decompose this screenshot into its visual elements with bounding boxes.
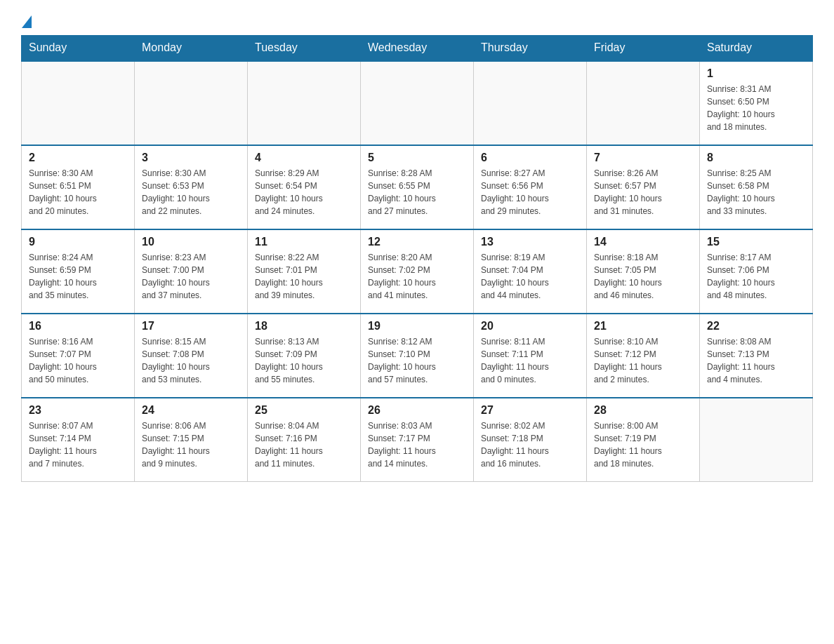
day-info: Sunrise: 8:20 AM Sunset: 7:02 PM Dayligh… xyxy=(368,251,466,302)
day-number: 13 xyxy=(481,236,579,248)
calendar-cell: 6Sunrise: 8:27 AM Sunset: 6:56 PM Daylig… xyxy=(474,145,587,229)
calendar-cell: 20Sunrise: 8:11 AM Sunset: 7:11 PM Dayli… xyxy=(474,314,587,398)
day-info: Sunrise: 8:31 AM Sunset: 6:50 PM Dayligh… xyxy=(707,83,805,133)
day-info: Sunrise: 8:17 AM Sunset: 7:06 PM Dayligh… xyxy=(707,251,805,302)
day-number: 24 xyxy=(142,404,240,417)
day-info: Sunrise: 8:06 AM Sunset: 7:15 PM Dayligh… xyxy=(142,420,240,470)
calendar-cell: 17Sunrise: 8:15 AM Sunset: 7:08 PM Dayli… xyxy=(135,314,248,398)
day-number: 16 xyxy=(29,320,127,333)
calendar-week-row: 23Sunrise: 8:07 AM Sunset: 7:14 PM Dayli… xyxy=(22,398,813,482)
day-info: Sunrise: 8:16 AM Sunset: 7:07 PM Dayligh… xyxy=(29,335,127,386)
day-number: 1 xyxy=(707,67,805,80)
day-number: 10 xyxy=(142,236,240,248)
weekday-header-friday: Friday xyxy=(587,36,700,61)
calendar-cell: 5Sunrise: 8:28 AM Sunset: 6:55 PM Daylig… xyxy=(361,145,474,229)
calendar-cell: 4Sunrise: 8:29 AM Sunset: 6:54 PM Daylig… xyxy=(248,145,361,229)
calendar-cell: 15Sunrise: 8:17 AM Sunset: 7:06 PM Dayli… xyxy=(700,229,813,314)
calendar-cell: 26Sunrise: 8:03 AM Sunset: 7:17 PM Dayli… xyxy=(361,398,474,482)
calendar-cell: 10Sunrise: 8:23 AM Sunset: 7:00 PM Dayli… xyxy=(135,229,248,314)
logo-triangle-icon xyxy=(22,15,32,28)
day-number: 27 xyxy=(481,404,579,417)
day-info: Sunrise: 8:04 AM Sunset: 7:16 PM Dayligh… xyxy=(255,420,353,470)
day-info: Sunrise: 8:15 AM Sunset: 7:08 PM Dayligh… xyxy=(142,335,240,386)
calendar-cell xyxy=(587,61,700,145)
day-number: 18 xyxy=(255,320,353,333)
day-number: 7 xyxy=(594,152,692,164)
weekday-header-saturday: Saturday xyxy=(700,36,813,61)
day-info: Sunrise: 8:28 AM Sunset: 6:55 PM Dayligh… xyxy=(368,167,466,217)
calendar-week-row: 1Sunrise: 8:31 AM Sunset: 6:50 PM Daylig… xyxy=(22,61,813,145)
calendar-cell: 14Sunrise: 8:18 AM Sunset: 7:05 PM Dayli… xyxy=(587,229,700,314)
weekday-header-monday: Monday xyxy=(135,36,248,61)
day-info: Sunrise: 8:22 AM Sunset: 7:01 PM Dayligh… xyxy=(255,251,353,302)
day-number: 21 xyxy=(594,320,692,333)
calendar-cell: 12Sunrise: 8:20 AM Sunset: 7:02 PM Dayli… xyxy=(361,229,474,314)
calendar-cell: 13Sunrise: 8:19 AM Sunset: 7:04 PM Dayli… xyxy=(474,229,587,314)
calendar-week-row: 9Sunrise: 8:24 AM Sunset: 6:59 PM Daylig… xyxy=(22,229,813,314)
page-header xyxy=(21,14,813,28)
calendar-cell: 23Sunrise: 8:07 AM Sunset: 7:14 PM Dayli… xyxy=(22,398,135,482)
calendar-header-row: SundayMondayTuesdayWednesdayThursdayFrid… xyxy=(22,36,813,61)
day-info: Sunrise: 8:30 AM Sunset: 6:51 PM Dayligh… xyxy=(29,167,127,217)
calendar-cell: 21Sunrise: 8:10 AM Sunset: 7:12 PM Dayli… xyxy=(587,314,700,398)
calendar-cell: 27Sunrise: 8:02 AM Sunset: 7:18 PM Dayli… xyxy=(474,398,587,482)
calendar-cell: 19Sunrise: 8:12 AM Sunset: 7:10 PM Dayli… xyxy=(361,314,474,398)
calendar-cell: 11Sunrise: 8:22 AM Sunset: 7:01 PM Dayli… xyxy=(248,229,361,314)
weekday-header-sunday: Sunday xyxy=(22,36,135,61)
day-info: Sunrise: 8:02 AM Sunset: 7:18 PM Dayligh… xyxy=(481,420,579,470)
day-number: 14 xyxy=(594,236,692,248)
day-number: 5 xyxy=(368,152,466,164)
calendar-cell xyxy=(22,61,135,145)
day-number: 8 xyxy=(707,152,805,164)
calendar-cell xyxy=(700,398,813,482)
day-info: Sunrise: 8:08 AM Sunset: 7:13 PM Dayligh… xyxy=(707,335,805,386)
day-number: 28 xyxy=(594,404,692,417)
calendar-table: SundayMondayTuesdayWednesdayThursdayFrid… xyxy=(21,35,813,482)
day-number: 4 xyxy=(255,152,353,164)
day-info: Sunrise: 8:03 AM Sunset: 7:17 PM Dayligh… xyxy=(368,420,466,470)
weekday-header-tuesday: Tuesday xyxy=(248,36,361,61)
day-number: 26 xyxy=(368,404,466,417)
day-number: 22 xyxy=(707,320,805,333)
calendar-cell xyxy=(361,61,474,145)
calendar-week-row: 2Sunrise: 8:30 AM Sunset: 6:51 PM Daylig… xyxy=(22,145,813,229)
calendar-cell: 25Sunrise: 8:04 AM Sunset: 7:16 PM Dayli… xyxy=(248,398,361,482)
logo xyxy=(21,14,32,28)
calendar-cell: 7Sunrise: 8:26 AM Sunset: 6:57 PM Daylig… xyxy=(587,145,700,229)
calendar-cell: 8Sunrise: 8:25 AM Sunset: 6:58 PM Daylig… xyxy=(700,145,813,229)
day-info: Sunrise: 8:19 AM Sunset: 7:04 PM Dayligh… xyxy=(481,251,579,302)
day-info: Sunrise: 8:24 AM Sunset: 6:59 PM Dayligh… xyxy=(29,251,127,302)
calendar-cell: 24Sunrise: 8:06 AM Sunset: 7:15 PM Dayli… xyxy=(135,398,248,482)
day-info: Sunrise: 8:26 AM Sunset: 6:57 PM Dayligh… xyxy=(594,167,692,217)
day-number: 25 xyxy=(255,404,353,417)
day-info: Sunrise: 8:18 AM Sunset: 7:05 PM Dayligh… xyxy=(594,251,692,302)
weekday-header-wednesday: Wednesday xyxy=(361,36,474,61)
day-number: 20 xyxy=(481,320,579,333)
day-number: 23 xyxy=(29,404,127,417)
day-number: 15 xyxy=(707,236,805,248)
day-number: 11 xyxy=(255,236,353,248)
day-info: Sunrise: 8:11 AM Sunset: 7:11 PM Dayligh… xyxy=(481,335,579,386)
calendar-cell xyxy=(248,61,361,145)
calendar-cell xyxy=(135,61,248,145)
day-number: 3 xyxy=(142,152,240,164)
day-info: Sunrise: 8:00 AM Sunset: 7:19 PM Dayligh… xyxy=(594,420,692,470)
day-number: 6 xyxy=(481,152,579,164)
calendar-cell: 18Sunrise: 8:13 AM Sunset: 7:09 PM Dayli… xyxy=(248,314,361,398)
calendar-cell: 1Sunrise: 8:31 AM Sunset: 6:50 PM Daylig… xyxy=(700,61,813,145)
day-info: Sunrise: 8:30 AM Sunset: 6:53 PM Dayligh… xyxy=(142,167,240,217)
calendar-week-row: 16Sunrise: 8:16 AM Sunset: 7:07 PM Dayli… xyxy=(22,314,813,398)
calendar-cell: 9Sunrise: 8:24 AM Sunset: 6:59 PM Daylig… xyxy=(22,229,135,314)
day-number: 9 xyxy=(29,236,127,248)
day-number: 19 xyxy=(368,320,466,333)
calendar-cell: 28Sunrise: 8:00 AM Sunset: 7:19 PM Dayli… xyxy=(587,398,700,482)
day-info: Sunrise: 8:07 AM Sunset: 7:14 PM Dayligh… xyxy=(29,420,127,470)
day-info: Sunrise: 8:13 AM Sunset: 7:09 PM Dayligh… xyxy=(255,335,353,386)
calendar-cell: 22Sunrise: 8:08 AM Sunset: 7:13 PM Dayli… xyxy=(700,314,813,398)
weekday-header-thursday: Thursday xyxy=(474,36,587,61)
day-info: Sunrise: 8:12 AM Sunset: 7:10 PM Dayligh… xyxy=(368,335,466,386)
day-info: Sunrise: 8:27 AM Sunset: 6:56 PM Dayligh… xyxy=(481,167,579,217)
day-info: Sunrise: 8:29 AM Sunset: 6:54 PM Dayligh… xyxy=(255,167,353,217)
calendar-cell: 16Sunrise: 8:16 AM Sunset: 7:07 PM Dayli… xyxy=(22,314,135,398)
day-number: 12 xyxy=(368,236,466,248)
